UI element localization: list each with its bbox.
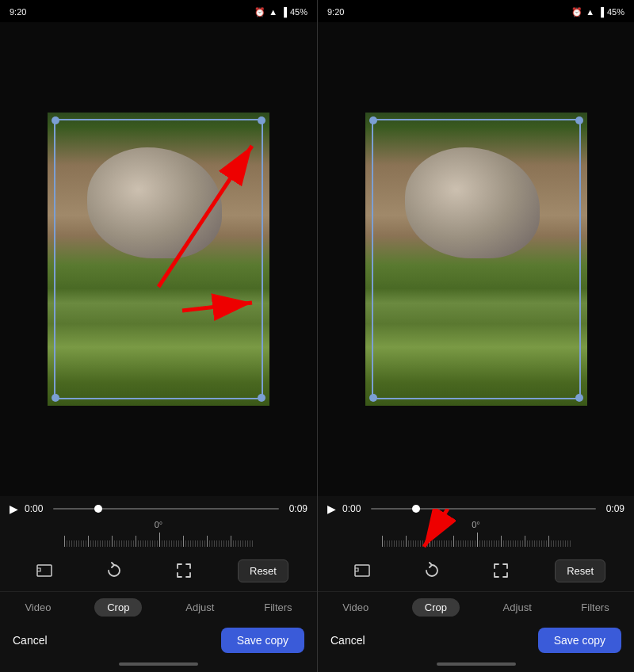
action-row-left: Cancel Save copy xyxy=(0,621,317,662)
playback-row-right: ▶ 0:00 0:09 xyxy=(318,496,634,518)
rock-right xyxy=(405,147,540,258)
rotate-button-left[interactable] xyxy=(98,556,130,585)
expand-button-left[interactable] xyxy=(168,556,200,585)
expand-icon-right xyxy=(492,562,510,579)
save-copy-button-left[interactable]: Save copy xyxy=(221,628,304,653)
timeline-thumb-right xyxy=(412,505,420,513)
rotate-button-right[interactable] xyxy=(416,556,448,585)
battery-right: 45% xyxy=(607,7,624,17)
bottom-controls-right: ▶ 0:00 0:09 0° (function() { var contain… xyxy=(318,496,634,672)
play-button-right[interactable]: ▶ xyxy=(327,502,336,515)
aspect-ratio-button-left[interactable] xyxy=(29,556,60,585)
left-panel: 9:20 ⏰ ▲ ▐ 45% xyxy=(0,0,317,672)
status-right-right: ⏰ ▲ ▐ 45% xyxy=(571,7,624,17)
timeline-thumb-left xyxy=(94,505,102,513)
rotation-ticks-left[interactable]: (function() { var container = document.c… xyxy=(10,531,307,547)
rotation-label-left: 0° xyxy=(155,520,163,529)
tab-row-left: Video Crop Adjust Filters xyxy=(0,591,317,621)
bottom-controls-left: ▶ 0:00 0:09 0° (function() { var contain… xyxy=(0,496,317,672)
cancel-button-left[interactable]: Cancel xyxy=(13,634,48,647)
rotation-label-right: 0° xyxy=(472,520,480,529)
status-bar-left: 9:20 ⏰ ▲ ▐ 45% xyxy=(0,0,317,22)
tab-video-left[interactable]: Video xyxy=(18,598,57,617)
reset-button-left[interactable]: Reset xyxy=(238,559,288,582)
alarm-icon-left: ⏰ xyxy=(254,7,265,17)
tab-adjust-left[interactable]: Adjust xyxy=(179,598,220,617)
alarm-icon-right: ⏰ xyxy=(571,7,582,17)
svg-rect-3 xyxy=(37,565,52,576)
aspect-ratio-icon-right xyxy=(353,562,371,579)
right-panel: 9:20 ⏰ ▲ ▐ 45% ▶ 0:00 xyxy=(317,0,634,672)
rotation-ticks-right[interactable]: (function() { var container = document.c… xyxy=(327,531,624,547)
tab-filters-left[interactable]: Filters xyxy=(258,598,298,617)
rotation-row-right: 0° (function() { var container = documen… xyxy=(318,518,634,552)
expand-button-right[interactable] xyxy=(485,556,517,585)
current-time-left: 0:00 xyxy=(25,503,47,514)
tab-video-right[interactable]: Video xyxy=(336,598,375,617)
signal-icon-right: ▐ xyxy=(598,7,604,17)
status-time-left: 9:20 xyxy=(10,7,26,17)
tools-row-right: Reset xyxy=(318,552,634,591)
rotation-row-left: 0° (function() { var container = documen… xyxy=(0,518,317,552)
tab-adjust-right[interactable]: Adjust xyxy=(497,598,538,617)
battery-left: 45% xyxy=(290,7,307,17)
save-copy-button-right[interactable]: Save copy xyxy=(538,628,621,653)
play-button-left[interactable]: ▶ xyxy=(10,502,18,515)
wifi-icon-right: ▲ xyxy=(586,7,594,17)
wifi-icon-left: ▲ xyxy=(269,7,277,17)
aspect-ratio-icon-left xyxy=(36,562,53,579)
home-indicator-right xyxy=(437,662,516,666)
expand-icon-left xyxy=(175,562,193,579)
home-indicator-left xyxy=(119,662,198,666)
tab-filters-right[interactable]: Filters xyxy=(575,598,615,617)
status-right-left: ⏰ ▲ ▐ 45% xyxy=(254,7,307,17)
tab-crop-right[interactable]: Crop xyxy=(412,598,460,617)
video-area-left xyxy=(0,22,317,496)
rotate-icon-right xyxy=(423,562,441,579)
timeline-track-right[interactable] xyxy=(371,508,596,510)
tools-row-left: Reset xyxy=(0,552,317,591)
tab-crop-left[interactable]: Crop xyxy=(94,598,142,617)
rotate-icon-left xyxy=(105,562,123,579)
cancel-button-right[interactable]: Cancel xyxy=(330,634,365,647)
svg-rect-4 xyxy=(355,565,369,576)
video-frame-right xyxy=(365,113,587,406)
end-time-right: 0:09 xyxy=(602,503,624,514)
video-area-right xyxy=(318,22,634,496)
timeline-track-left[interactable] xyxy=(53,508,279,510)
tab-row-right: Video Crop Adjust Filters xyxy=(318,591,634,621)
current-time-right: 0:00 xyxy=(342,503,365,514)
status-time-right: 9:20 xyxy=(327,7,344,17)
aspect-ratio-button-right[interactable] xyxy=(346,556,378,585)
rock-left xyxy=(87,147,222,258)
video-frame-left xyxy=(48,113,269,406)
playback-row-left: ▶ 0:00 0:09 xyxy=(0,496,317,518)
signal-icon-left: ▐ xyxy=(281,7,287,17)
reset-button-right[interactable]: Reset xyxy=(555,559,605,582)
end-time-left: 0:09 xyxy=(285,503,307,514)
status-bar-right: 9:20 ⏰ ▲ ▐ 45% xyxy=(318,0,634,22)
action-row-right: Cancel Save copy xyxy=(318,621,634,662)
